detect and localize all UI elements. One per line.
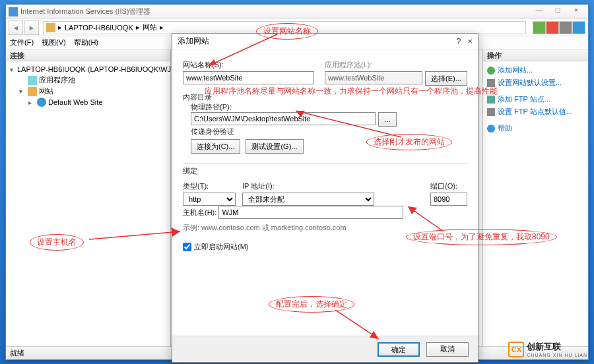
binding-group-label: 绑定: [183, 167, 197, 175]
action-site-defaults[interactable]: 设置网站默认设置...: [487, 76, 584, 89]
port-label: 端口(O):: [430, 181, 467, 191]
dialog-close-button[interactable]: ×: [467, 36, 473, 46]
breadcrumb-sep: ▸: [58, 23, 62, 32]
action-add-website[interactable]: 添加网站...: [487, 64, 584, 76]
sitename-label: 网站名称(S):: [183, 60, 314, 70]
watermark-logo: CX: [508, 342, 524, 357]
ip-select[interactable]: 全部未分配: [242, 193, 374, 206]
tree-apppool[interactable]: 应用程序池: [39, 75, 75, 85]
app-icon: [9, 7, 18, 16]
connections-panel: 连接 ▾LAPTOP-HB6IUOQK (LAPTOP-HB6IUOQK\WJM…: [6, 49, 171, 346]
physpath-input[interactable]: [191, 112, 376, 125]
tree-server[interactable]: LAPTOP-HB6IUOQK (LAPTOP-HB6IUOQK\WJM: [17, 65, 177, 73]
menu-help[interactable]: 帮助(H): [74, 38, 98, 47]
close-button[interactable]: ×: [567, 6, 585, 18]
content-group-label: 内容目录: [183, 93, 212, 101]
nav-back-button[interactable]: ◄: [9, 20, 23, 35]
actions-panel: 操作 添加网站... 设置网站默认设置... 添加 FTP 站点... 设置 F…: [482, 49, 588, 346]
port-input[interactable]: [430, 193, 467, 206]
breadcrumb-sep: ▸: [160, 23, 164, 32]
startnow-checkbox[interactable]: [183, 243, 191, 251]
sites-icon: [28, 87, 37, 96]
host-label: 主机名(H):: [183, 208, 216, 216]
connections-header: 连接: [6, 49, 170, 61]
ok-button[interactable]: 确定: [378, 342, 420, 357]
actions-header: 操作: [483, 49, 588, 61]
nav-forward-button[interactable]: ►: [24, 20, 39, 35]
ftp-icon: [487, 96, 495, 104]
titlebar: Internet Information Services (IIS)管理器 —…: [6, 5, 588, 19]
status-text: 就绪: [10, 349, 24, 357]
minimize-button[interactable]: —: [530, 6, 548, 18]
action-help[interactable]: 帮助: [487, 122, 584, 135]
host-input[interactable]: [218, 206, 403, 219]
connectas-button[interactable]: 连接为(C)...: [191, 139, 240, 154]
home-icon: [46, 23, 55, 32]
gear-icon: [487, 79, 495, 87]
gear-icon: [487, 108, 495, 116]
tree-sites[interactable]: 网站: [39, 86, 53, 96]
watermark-text: 创新互联: [527, 341, 587, 353]
startnow-label: 立即启动网站(M): [194, 242, 249, 252]
breadcrumb-node[interactable]: 网站: [143, 22, 157, 32]
watermark-sub: CHUANG XIN HU LIAN: [527, 353, 587, 357]
dialog-titlebar: 添加网站 ? ×: [172, 34, 478, 49]
breadcrumb[interactable]: ▸ LAPTOP-HB6IUOQK ▸ 网站 ▸: [43, 21, 526, 34]
cancel-button[interactable]: 取消: [426, 342, 469, 357]
apppool-input: [325, 71, 422, 84]
host-example: 示例: www.contoso.com 或 marketing.contoso.…: [183, 223, 467, 233]
action-ftp-defaults[interactable]: 设置 FTP 站点默认值...: [487, 106, 584, 118]
apppool-icon: [28, 76, 37, 85]
browse-button[interactable]: ...: [378, 112, 397, 127]
dialog-help-button[interactable]: ?: [456, 36, 461, 46]
ip-label: IP 地址(I):: [242, 181, 424, 191]
tree-default-site[interactable]: Default Web Site: [48, 98, 102, 106]
type-label: 类型(T):: [183, 181, 236, 191]
pane-icon[interactable]: [559, 21, 572, 34]
menu-view[interactable]: 视图(V): [42, 38, 66, 47]
select-apppool-button[interactable]: 选择(E)...: [425, 71, 467, 86]
passauth-label: 传递身份验证: [191, 127, 234, 135]
menu-file[interactable]: 文件(F): [10, 38, 34, 47]
maximize-button[interactable]: □: [548, 6, 567, 18]
help-icon[interactable]: [572, 21, 585, 34]
dialog-title: 添加网站: [178, 36, 209, 47]
add-icon: [487, 67, 495, 75]
watermark: CX 创新互联 CHUANG XIN HU LIAN: [508, 341, 587, 357]
breadcrumb-root[interactable]: LAPTOP-HB6IUOQK: [65, 24, 133, 32]
site-icon: [37, 98, 46, 107]
type-select[interactable]: http: [183, 193, 236, 206]
dialog-footer: 确定 取消: [172, 336, 478, 362]
add-website-dialog: 添加网站 ? × 网站名称(S): 应用程序池(L): 选择(E)... 内容目…: [172, 33, 478, 363]
help-icon: [487, 125, 495, 133]
sitename-input[interactable]: [183, 71, 314, 84]
breadcrumb-sep: ▸: [136, 23, 140, 32]
connections-tree: ▾LAPTOP-HB6IUOQK (LAPTOP-HB6IUOQK\WJM 应用…: [6, 61, 170, 346]
apppool-label: 应用程序池(L):: [325, 60, 467, 70]
physpath-label: 物理路径(P):: [191, 103, 232, 111]
action-add-ftp[interactable]: 添加 FTP 站点...: [487, 93, 584, 106]
window-title: Internet Information Services (IIS)管理器: [20, 7, 150, 16]
testsettings-button[interactable]: 测试设置(G)...: [246, 139, 303, 154]
stop-icon[interactable]: [546, 21, 559, 34]
refresh-icon[interactable]: [533, 21, 546, 34]
